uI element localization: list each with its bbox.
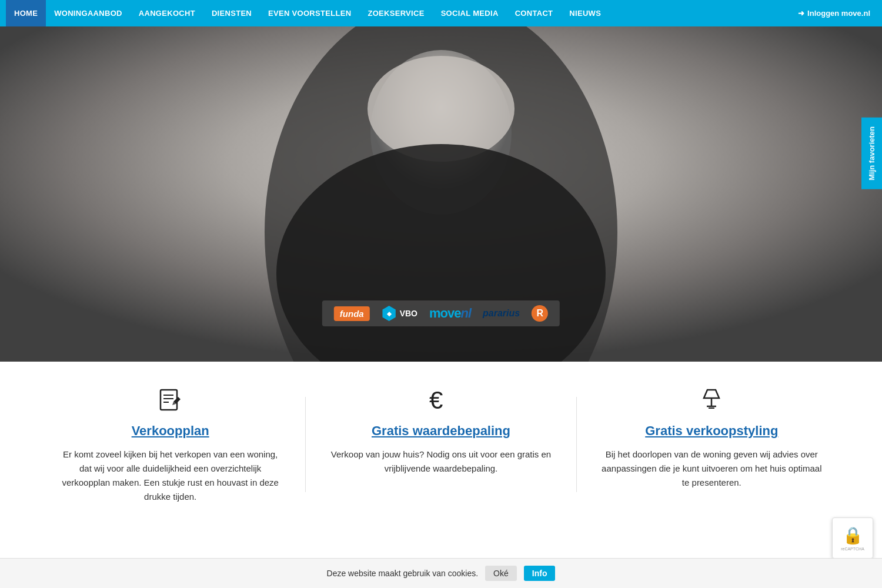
nav-item-aangekocht[interactable]: AANGEKOCHT [131, 0, 203, 26]
svg-marker-12 [704, 390, 719, 398]
r-logo: R [532, 305, 548, 322]
feature-waardebepaling: € Gratis waardebepaling Verkoop van jouw… [306, 385, 576, 504]
favorites-label: Mijn favorieten [867, 126, 876, 181]
feature-verkoopplan: Verkoopplan Er komt zoveel kijken bij he… [35, 385, 305, 504]
feature-verkoopstyling: Gratis verkoopstyling Bij het doorlopen … [577, 385, 847, 504]
edit-icon [59, 385, 282, 415]
login-label: Inloggen move.nl [807, 9, 870, 18]
movenl-logo: movenl [429, 306, 471, 321]
lamp-icon [600, 385, 823, 415]
funda-logo: funda [334, 306, 370, 321]
nav-item-social-media[interactable]: SOCIAL MEDIA [433, 0, 507, 26]
nav-item-zoekservice[interactable]: ZOEKSERVICE [359, 0, 432, 26]
login-icon: ➜ [798, 9, 804, 18]
recaptcha-badge: 🔒 reCAPTCHA [832, 517, 873, 527]
feature-waardebepaling-title[interactable]: Gratis waardebepaling [329, 423, 552, 439]
euro-icon: € [329, 385, 552, 415]
nav-item-even-voorstellen[interactable]: EVEN VOORSTELLEN [260, 0, 359, 26]
svg-text:€: € [429, 386, 443, 414]
svg-rect-5 [161, 390, 177, 410]
nav-item-home[interactable]: HOME [6, 0, 46, 26]
feature-verkoopstyling-text: Bij het doorlopen van de woning geven wi… [600, 447, 823, 490]
nav-item-nieuws[interactable]: NIEUWS [561, 0, 609, 26]
partner-logos: funda ◆ VBO movenl pararius R [322, 300, 560, 326]
feature-verkoopplan-title[interactable]: Verkoopplan [59, 423, 282, 439]
main-nav: HOME WONINGAANBOD AANGEKOCHT DIENSTEN EV… [0, 0, 882, 26]
features-section: Verkoopplan Er komt zoveel kijken bij he… [0, 362, 882, 527]
favorites-tab[interactable]: Mijn favorieten [861, 118, 882, 189]
hero-section: funda ◆ VBO movenl pararius R [0, 26, 882, 362]
nav-item-diensten[interactable]: DIENSTEN [203, 0, 260, 26]
nav-item-contact[interactable]: CONTACT [507, 0, 562, 26]
nav-item-woningaanbod[interactable]: WONINGAANBOD [46, 0, 131, 26]
pararius-logo: pararius [483, 308, 520, 319]
recaptcha-icon: 🔒 [843, 526, 863, 528]
feature-verkoopplan-text: Er komt zoveel kijken bij het verkopen v… [59, 447, 282, 504]
feature-waardebepaling-text: Verkoop van jouw huis? Nodig ons uit voo… [329, 447, 552, 476]
login-link[interactable]: ➜ Inloggen move.nl [792, 9, 876, 18]
feature-verkoopstyling-title[interactable]: Gratis verkoopstyling [600, 423, 823, 439]
vbo-logo: ◆ VBO [382, 306, 417, 321]
